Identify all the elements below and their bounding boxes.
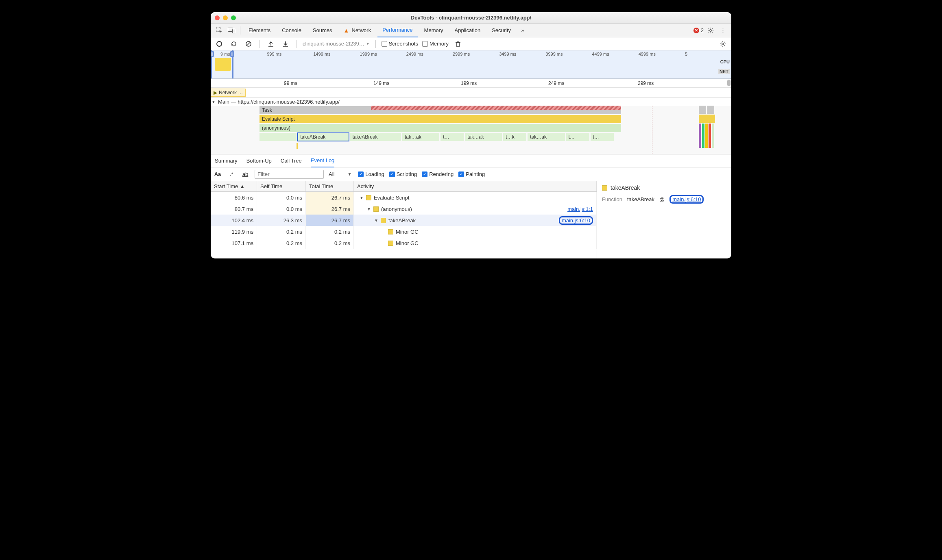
source-link[interactable]: main.js:6:10 [562,217,590,224]
cell-total-time: 26.7 ms [306,215,354,226]
more-tabs-icon[interactable]: » [517,25,528,36]
tab-security[interactable]: Security [487,24,516,37]
table-row[interactable]: 102.4 ms26.3 ms26.7 ms▼takeABreakmain.js… [211,215,597,226]
tab-performance[interactable]: Performance [377,24,417,37]
marker-line [652,106,652,154]
flame-bar-takeabreak[interactable]: t… [566,133,589,141]
overview-handle-left[interactable]: || [211,51,214,57]
chevron-down-icon[interactable]: ▼ [374,218,378,223]
flame-bar-takeabreak[interactable]: tak…ak [402,133,439,141]
memory-checkbox[interactable]: Memory [422,41,449,47]
table-row[interactable]: 80.6 ms0.0 ms26.7 ms▼Evaluate Script [211,192,597,203]
error-count-badge[interactable]: ✕ 2 [693,27,704,33]
flame-bar-takeabreak[interactable]: t… [591,133,614,141]
inspect-element-icon[interactable] [214,25,225,36]
source-link[interactable]: main.js:1:1 [567,206,593,212]
filter-painting-checkbox[interactable]: ✓Painting [458,171,485,177]
screenshots-checkbox[interactable]: Screenshots [382,41,418,47]
upload-profile-icon[interactable] [266,39,276,49]
regex-button[interactable]: .* [227,171,236,177]
tab-elements[interactable]: Elements [244,24,275,37]
kebab-menu-icon[interactable]: ⋮ [717,25,728,36]
col-self-time[interactable]: Self Time [257,181,306,191]
main-track-header[interactable]: ▼ Main — https://clinquant-mousse-2f2396… [211,98,731,106]
traffic-lights [215,15,236,20]
cell-start-time: 80.7 ms [211,203,257,215]
activity-label: Minor GC [396,240,419,246]
col-start-time[interactable]: Start Time▲ [211,181,257,191]
device-toggle-icon[interactable] [226,25,237,36]
filter-loading-checkbox[interactable]: ✓Loading [358,171,384,177]
activity-label: (anonymous) [381,206,412,212]
detail-tab-event-log[interactable]: Event Log [311,154,335,167]
color-swatch-icon [366,195,371,200]
table-row[interactable]: 119.9 ms0.2 ms0.2 msMinor GC [211,226,597,237]
checkbox-checked-icon: ✓ [422,171,427,177]
timeline-overview[interactable]: 9 ms 999 ms 1499 ms 1999 ms 2499 ms 2999… [211,50,731,79]
minimize-icon[interactable] [223,15,228,20]
flame-bar-evaluate-script[interactable]: Evaluate Script [259,115,621,123]
clear-icon[interactable] [243,39,254,49]
tab-network[interactable]: ▲Network [339,24,376,37]
overview-handle-right[interactable]: || [230,51,234,57]
flame-bar-small[interactable] [297,143,298,149]
flame-bar-stub[interactable] [259,133,297,141]
detail-tab-bottom-up[interactable]: Bottom-Up [246,154,272,167]
scrollbar-thumb[interactable] [727,80,730,86]
table-body: 80.6 ms0.0 ms26.7 ms▼Evaluate Script80.7… [211,192,597,258]
recording-selector[interactable]: clinquant-mousse-2f239…▼ [303,41,370,47]
match-whole-word-button[interactable]: ab [241,171,250,177]
network-track-toggle[interactable]: ▶ Network … [211,89,246,97]
flame-bar-takeabreak[interactable]: tak…ak [465,133,502,141]
capture-settings-gear-icon[interactable] [717,39,728,49]
duration-filter[interactable]: All▼ [329,171,353,177]
tab-console[interactable]: Console [277,24,306,37]
zoom-icon[interactable] [231,15,236,20]
download-profile-icon[interactable] [280,39,291,49]
flame-bar-takeabreak[interactable]: t… [440,133,464,141]
detail-tab-summary[interactable]: Summary [215,154,238,167]
table-row[interactable]: 107.1 ms0.2 ms0.2 msMinor GC [211,237,597,249]
cell-activity: ▼takeABreakmain.js:6:10 [354,215,597,226]
svg-point-3 [710,29,711,31]
network-track[interactable]: ▶ Network … [211,88,731,98]
activity-label: takeABreak [388,217,416,224]
tab-sources[interactable]: Sources [308,24,337,37]
detail-tab-call-tree[interactable]: Call Tree [281,154,302,167]
cell-start-time: 102.4 ms [211,215,257,226]
filter-rendering-checkbox[interactable]: ✓Rendering [422,171,454,177]
flame-bar-takeabreak[interactable]: takeABreak [350,133,401,141]
detail-ruler[interactable]: 99 ms 149 ms 199 ms 249 ms 299 ms [211,79,731,88]
checkbox-checked-icon: ✓ [358,171,364,177]
match-case-button[interactable]: Aa [213,171,222,177]
table-row[interactable]: 80.7 ms0.0 ms26.7 ms▼(anonymous)main.js:… [211,203,597,215]
flame-bar-takeabreak[interactable]: tak…ak [528,133,565,141]
cell-total-time: 0.2 ms [306,237,354,249]
chevron-down-icon[interactable]: ▼ [367,207,371,211]
flame-bar-takeabreak[interactable]: t…k [503,133,526,141]
cell-total-time: 26.7 ms [306,203,354,215]
details-function-row: Function takeABreak @ main.js:6:10 [602,195,726,204]
record-button[interactable] [214,39,225,49]
col-activity[interactable]: Activity [354,181,597,191]
flame-bar-takeabreak-selected[interactable]: takeABreak [298,133,349,141]
source-link[interactable]: main.js:6:10 [672,196,701,202]
settings-gear-icon[interactable] [705,25,716,36]
chevron-down-icon[interactable]: ▼ [360,195,364,200]
filter-scripting-checkbox[interactable]: ✓Scripting [389,171,417,177]
filter-input[interactable] [255,170,324,179]
tab-memory[interactable]: Memory [419,24,448,37]
tab-application[interactable]: Application [450,24,486,37]
svg-rect-1 [228,28,233,31]
close-icon[interactable] [215,15,220,20]
detail-tabs: Summary Bottom-Up Call Tree Event Log [211,154,731,167]
svg-line-5 [247,42,250,46]
flame-bar-anonymous[interactable]: (anonymous) [259,124,621,132]
col-total-time[interactable]: Total Time [306,181,354,191]
flame-chart[interactable]: Task Evaluate Script (anonymous) takeABr… [211,106,731,154]
collect-garbage-icon[interactable] [453,39,463,49]
cell-self-time: 0.0 ms [257,203,306,215]
reload-record-icon[interactable] [229,39,239,49]
divider [375,40,376,48]
chevron-down-icon: ▼ [347,172,351,176]
